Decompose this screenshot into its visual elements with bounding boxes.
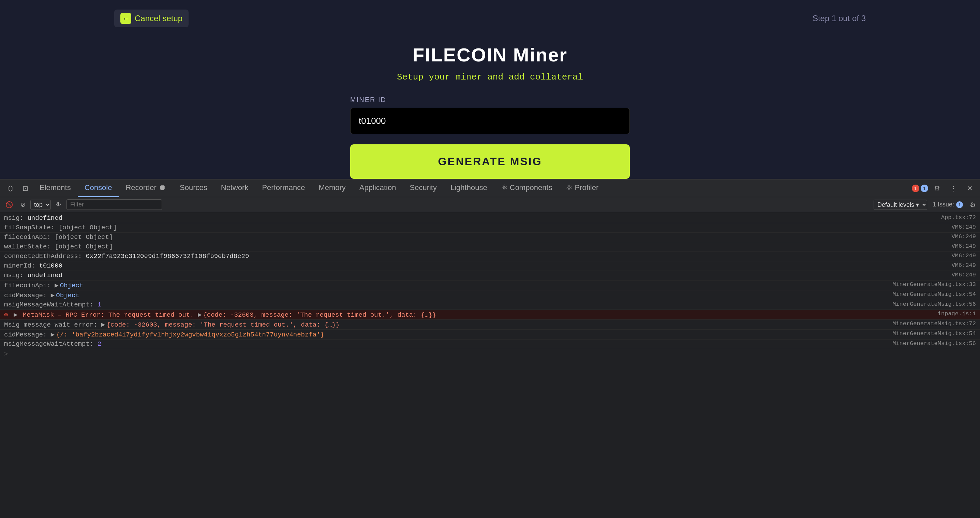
context-selector[interactable]: top [30,199,51,210]
log-line: Msig message wait error: ▶{code: -32603,… [0,320,980,330]
log-line: filecoinApi: [object Object] VM6:249 [0,233,980,242]
devtools-tabbar: ⬡ ⊡ Elements Console Recorder ⏺ Sources … [0,180,980,197]
miner-id-label: MINER ID [350,96,630,104]
tab-network[interactable]: Network [214,180,255,197]
close-devtools-icon[interactable]: ✕ [962,181,977,196]
generate-msig-button[interactable]: GENERATE MSIG [350,144,630,179]
device-toggle-icon[interactable]: ⊡ [18,181,33,196]
log-line: connectedEthAddress: 0x22f7a923c3120e9d1… [0,252,980,261]
levels-selector[interactable]: Default levels ▾ [873,199,927,210]
app-area: ← Cancel setup Step 1 out of 3 FILECOIN … [0,0,980,179]
error-icon: ⊗ [4,311,11,319]
step-indicator: Step 1 out of 3 [813,14,866,23]
miner-id-input[interactable] [350,108,630,134]
log-line: msigMessageWaitAttempt: 1 MinerGenerateM… [0,300,980,310]
info-badge: 1 [921,185,928,192]
form-section: MINER ID GENERATE MSIG [350,96,630,179]
error-log-line: ⊗ ▶ MetaMask – RPC Error: The request ti… [0,310,980,320]
log-line: walletState: [object Object] VM6:249 [0,242,980,252]
tab-profiler[interactable]: ⚛ Profiler [559,180,605,197]
prompt-icon: > [4,351,8,358]
issues-button[interactable]: 1 Issue: 1 [929,199,966,209]
settings-icon[interactable]: ⚙ [929,181,945,196]
tab-performance[interactable]: Performance [255,180,312,197]
log-line: msig: undefined VM6:249 [0,271,980,281]
console-prompt: > [0,349,980,359]
error-badge: 1 [912,185,919,192]
tab-lighthouse[interactable]: Lighthouse [444,180,494,197]
clear-console-icon[interactable]: 🚫 [3,199,16,210]
top-bar: ← Cancel setup Step 1 out of 3 [114,0,866,37]
log-line: cidMessage: ▶{/: 'bafy2bzaced4i7ydifyfvl… [0,330,980,339]
log-line: minerId: t01000 VM6:249 [0,261,980,271]
log-line: filecoinApi: ▶Object MinerGenerateMsig.t… [0,281,980,290]
console-output: msig: undefined App.tsx:72 filSnapState:… [0,212,980,518]
tab-elements[interactable]: Elements [33,180,78,197]
more-options-icon[interactable]: ⋮ [946,181,961,196]
page-subtitle: Setup your miner and add collateral [397,72,583,82]
devtools-panel: ⬡ ⊡ Elements Console Recorder ⏺ Sources … [0,179,980,518]
tab-console[interactable]: Console [78,180,119,197]
main-content: FILECOIN Miner Setup your miner and add … [114,37,866,179]
tab-security[interactable]: Security [403,180,443,197]
log-line: msig: undefined App.tsx:72 [0,214,980,223]
tab-sources[interactable]: Sources [173,180,214,197]
log-line: filSnapState: [object Object] VM6:249 [0,223,980,233]
log-line: cidMessage: ▶Object MinerGenerateMsig.ts… [0,290,980,300]
page-title: FILECOIN Miner [413,44,567,66]
back-arrow-icon: ← [120,13,131,24]
inspect-element-icon[interactable]: ⬡ [3,181,18,196]
tab-memory[interactable]: Memory [312,180,352,197]
cancel-label: Cancel setup [135,14,183,23]
devtools-right-icons: 1 1 ⚙ ⋮ ✕ [912,181,977,196]
issues-count-badge: 1 [956,201,963,208]
filter-input[interactable] [67,199,162,210]
eye-icon[interactable]: 👁 [53,199,64,209]
console-filter-icon[interactable]: ⊘ [18,199,28,210]
tab-application[interactable]: Application [353,180,403,197]
cancel-setup-button[interactable]: ← Cancel setup [114,10,189,27]
tab-components[interactable]: ⚛ Components [494,180,559,197]
tab-recorder[interactable]: Recorder ⏺ [119,180,173,197]
console-toolbar: 🚫 ⊘ top 👁 Default levels ▾ 1 Issue: 1 ⚙ [0,197,980,212]
log-line: msigMessageWaitAttempt: 2 MinerGenerateM… [0,339,980,349]
console-settings-icon[interactable]: ⚙ [969,199,977,210]
